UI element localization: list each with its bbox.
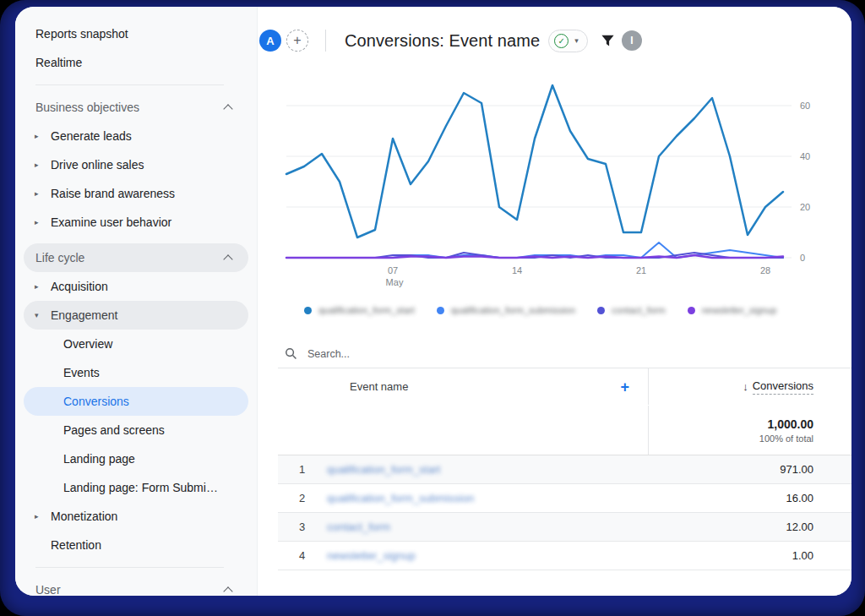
- chevron-up-icon[interactable]: [223, 586, 232, 596]
- sidebar-item-label: Life cycle: [24, 251, 84, 264]
- report-header: A + Conversions: Event name ✓ ▾ I: [258, 7, 851, 56]
- sidebar-item-user[interactable]: User: [24, 575, 248, 596]
- collapse-arrow-icon[interactable]: ▾: [35, 311, 39, 319]
- sidebar-item-examine-user-behavior[interactable]: ▸Examine user behavior: [24, 208, 248, 237]
- chevron-down-icon[interactable]: ▾: [574, 36, 579, 45]
- sidebar-item-landing-page-form-submi[interactable]: Landing page: Form Submi…: [24, 473, 248, 502]
- table-search-row: [278, 340, 851, 368]
- sidebar-item-landing-page[interactable]: Landing page: [24, 444, 248, 473]
- event-name-cell: 3contact_form: [278, 513, 649, 541]
- event-name-link-redacted[interactable]: contact_form: [308, 521, 390, 533]
- event-name-link-redacted[interactable]: qualification_form_start: [308, 463, 440, 476]
- sidebar-item-monetization[interactable]: ▸Monetization: [24, 502, 248, 531]
- event-name-link-redacted[interactable]: newsletter_signup: [308, 549, 416, 562]
- search-icon: [285, 347, 297, 360]
- totals-name-cell: [278, 406, 649, 455]
- table-row: 3contact_form12.00: [278, 513, 851, 542]
- expand-arrow-icon[interactable]: ▸: [35, 132, 39, 140]
- sidebar-item-acquisition[interactable]: ▸Acquisition: [24, 272, 248, 301]
- table-totals-row: 1,000.00 100% of total: [278, 406, 851, 455]
- legend-label-redacted: newsletter_signup: [702, 305, 777, 315]
- totals-value: 1,000.00: [768, 417, 814, 431]
- event-name-cell: 4newsletter_signup: [278, 542, 649, 570]
- legend-item: qualification_form_start: [304, 305, 415, 315]
- legend-dot-icon: [437, 307, 444, 314]
- svg-text:20: 20: [800, 202, 810, 212]
- sidebar-item-business-objectives[interactable]: Business objectives: [24, 93, 248, 122]
- sidebar-item-label: User: [24, 583, 61, 596]
- line-chart-canvas: 020406007May142128: [278, 68, 851, 294]
- legend-dot-icon: [304, 307, 312, 314]
- sidebar-item-raise-brand-awareness[interactable]: ▸Raise brand awareness: [24, 179, 248, 208]
- profile-avatar[interactable]: I: [622, 30, 642, 51]
- expand-arrow-icon[interactable]: ▸: [35, 218, 39, 226]
- expand-arrow-icon[interactable]: ▸: [35, 282, 39, 291]
- sidebar-item-drive-online-sales[interactable]: ▸Drive online sales: [24, 150, 248, 179]
- expand-arrow-icon[interactable]: ▸: [35, 189, 39, 198]
- sidebar-item-generate-leads[interactable]: ▸Generate leads: [24, 122, 248, 150]
- conversions-header-label: Conversions: [753, 379, 813, 395]
- conversions-column-header: ↓ Conversions: [649, 368, 851, 405]
- svg-text:0: 0: [800, 253, 805, 263]
- sidebar-item-label: Landing page: Form Submi…: [24, 481, 218, 494]
- sidebar-item-label: Business objectives: [24, 101, 139, 114]
- timeseries-chart: 020406007May142128 qualification_form_st…: [258, 56, 851, 318]
- svg-text:07: 07: [388, 265, 398, 275]
- chevron-up-icon[interactable]: [223, 104, 232, 113]
- svg-text:40: 40: [800, 151, 810, 161]
- event-name-link-redacted[interactable]: qualification_form_submission: [308, 492, 474, 504]
- expand-arrow-icon[interactable]: ▸: [35, 161, 39, 169]
- add-comparison-button[interactable]: +: [286, 30, 308, 52]
- sidebar-item-life-cycle[interactable]: Life cycle: [24, 243, 248, 272]
- sidebar-item-label: Overview: [24, 337, 112, 351]
- event-name-column-header: Event name +: [278, 368, 649, 405]
- svg-text:28: 28: [760, 265, 770, 275]
- row-rank: 3: [278, 521, 308, 533]
- sidebar-item-retention[interactable]: Retention: [24, 531, 248, 559]
- sort-descending-icon: ↓: [743, 380, 748, 393]
- table-row: 2qualification_form_submission16.00: [278, 484, 851, 513]
- chart-legend: qualification_form_startqualification_fo…: [278, 297, 851, 318]
- table-header-row: Event name + ↓ Conversions: [278, 368, 851, 406]
- svg-text:May: May: [386, 277, 404, 287]
- sidebar-item-conversions[interactable]: Conversions: [24, 387, 248, 416]
- sidebar-item-engagement[interactable]: ▾Engagement: [24, 301, 248, 330]
- table-row: 4newsletter_signup1.00: [278, 542, 851, 570]
- events-table: Event name + ↓ Conversions 1,000.00 100%…: [278, 340, 851, 570]
- conversions-sort-header[interactable]: ↓ Conversions: [743, 379, 813, 395]
- legend-label-redacted: qualification_form_submission: [451, 305, 575, 315]
- legend-item: qualification_form_submission: [437, 305, 575, 315]
- sidebar-divider: [35, 84, 224, 85]
- legend-dot-icon: [688, 307, 695, 314]
- reports-sidebar: Reports snapshotRealtimeBusiness objecti…: [15, 7, 258, 596]
- sidebar-item-label: Conversions: [24, 395, 129, 408]
- report-title: Conversions: Event name: [345, 31, 540, 51]
- chevron-up-icon[interactable]: [223, 254, 232, 264]
- filter-funnel-icon[interactable]: [600, 33, 616, 49]
- conversions-value: 16.00: [649, 484, 851, 512]
- sidebar-item-overview[interactable]: Overview: [24, 330, 248, 358]
- conversions-value: 971.00: [649, 455, 851, 483]
- sidebar-item-realtime[interactable]: Realtime: [24, 48, 248, 77]
- legend-item: newsletter_signup: [688, 305, 777, 315]
- sidebar-item-reports-snapshot[interactable]: Reports snapshot: [24, 19, 248, 48]
- sidebar-item-label: Pages and screens: [24, 423, 165, 437]
- sidebar-item-label: Realtime: [24, 56, 82, 69]
- comparison-avatar[interactable]: A: [259, 30, 281, 52]
- sidebar-item-events[interactable]: Events: [24, 358, 248, 387]
- add-column-button[interactable]: +: [620, 379, 629, 395]
- event-name-cell: 2qualification_form_submission: [278, 484, 649, 512]
- sidebar-item-label: Landing page: [24, 452, 135, 466]
- expand-arrow-icon[interactable]: ▸: [35, 512, 39, 521]
- sidebar-item-pages-and-screens[interactable]: Pages and screens: [24, 416, 248, 444]
- row-rank: 1: [278, 463, 308, 476]
- analytics-app-window: Reports snapshotRealtimeBusiness objecti…: [15, 7, 851, 596]
- row-rank: 2: [278, 492, 308, 504]
- sidebar-item-label: Examine user behavior: [24, 215, 171, 229]
- event-name-header-label[interactable]: Event name: [278, 380, 408, 393]
- report-status-chip[interactable]: ✓ ▾: [548, 30, 588, 52]
- search-input[interactable]: [307, 348, 561, 360]
- report-main-area: A + Conversions: Event name ✓ ▾ I 020406…: [258, 7, 851, 596]
- event-name-cell: 1qualification_form_start: [278, 455, 649, 483]
- sidebar-item-label: Generate leads: [24, 129, 132, 143]
